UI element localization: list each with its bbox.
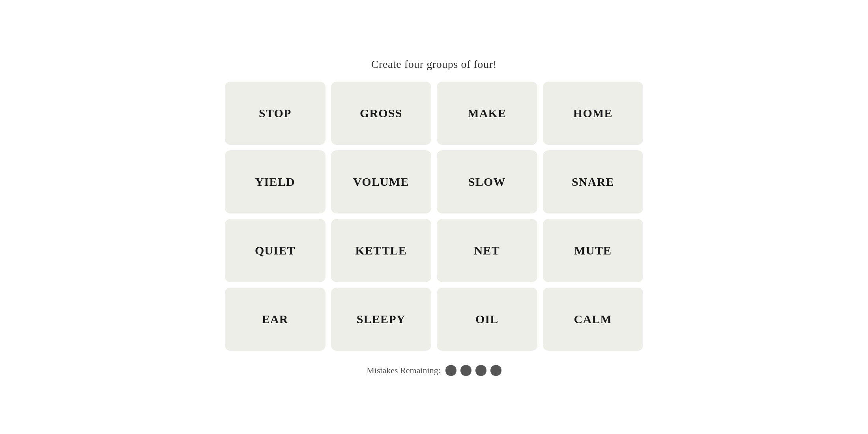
card-home[interactable]: HOME	[543, 82, 644, 145]
card-net[interactable]: NET	[437, 219, 537, 282]
word-grid: STOPGROSSMAKEHOMEYIELDVOLUMESLOWSNAREQUI…	[225, 82, 643, 351]
card-label-volume: VOLUME	[353, 175, 409, 189]
subtitle: Create four groups of four!	[371, 58, 497, 71]
card-mute[interactable]: MUTE	[543, 219, 644, 282]
card-label-make: MAKE	[468, 107, 506, 120]
game-container: Create four groups of four! STOPGROSSMAK…	[225, 58, 643, 376]
mistakes-label: Mistakes Remaining:	[367, 365, 441, 376]
card-label-yield: YIELD	[255, 175, 295, 189]
card-slow[interactable]: SLOW	[437, 150, 537, 213]
card-yield[interactable]: YIELD	[225, 150, 326, 213]
mistakes-dots	[445, 365, 501, 376]
mistake-dot-1	[445, 365, 456, 376]
card-label-mute: MUTE	[574, 244, 612, 257]
card-calm[interactable]: CALM	[543, 288, 644, 351]
card-label-quiet: QUIET	[255, 244, 296, 257]
card-label-home: HOME	[573, 107, 613, 120]
card-snare[interactable]: SNARE	[543, 150, 644, 213]
card-oil[interactable]: OIL	[437, 288, 537, 351]
mistake-dot-4	[490, 365, 501, 376]
card-gross[interactable]: GROSS	[331, 82, 432, 145]
card-quiet[interactable]: QUIET	[225, 219, 326, 282]
card-label-snare: SNARE	[572, 175, 614, 189]
card-ear[interactable]: EAR	[225, 288, 326, 351]
mistake-dot-2	[460, 365, 471, 376]
card-label-calm: CALM	[574, 312, 612, 326]
card-label-ear: EAR	[262, 312, 288, 326]
card-sleepy[interactable]: SLEEPY	[331, 288, 432, 351]
card-kettle[interactable]: KETTLE	[331, 219, 432, 282]
card-make[interactable]: MAKE	[437, 82, 537, 145]
card-label-kettle: KETTLE	[355, 244, 407, 257]
card-label-sleepy: SLEEPY	[357, 312, 406, 326]
card-label-gross: GROSS	[360, 107, 402, 120]
card-label-stop: STOP	[259, 107, 292, 120]
mistake-dot-3	[475, 365, 486, 376]
card-label-oil: OIL	[475, 312, 499, 326]
mistakes-row: Mistakes Remaining:	[367, 365, 501, 376]
card-volume[interactable]: VOLUME	[331, 150, 432, 213]
card-stop[interactable]: STOP	[225, 82, 326, 145]
card-label-slow: SLOW	[468, 175, 506, 189]
card-label-net: NET	[474, 244, 500, 257]
